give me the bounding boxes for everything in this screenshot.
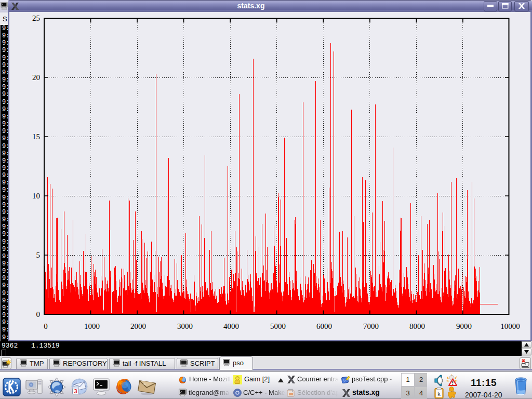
svg-text:1000: 1000 — [84, 322, 100, 330]
svg-text:9000: 9000 — [456, 322, 472, 330]
svg-text:20: 20 — [32, 73, 40, 82]
svg-text:0: 0 — [44, 322, 48, 330]
svg-text:3: 3 — [74, 388, 77, 394]
svg-text:25: 25 — [32, 14, 40, 22]
svg-text:5: 5 — [36, 251, 41, 259]
svg-text:6000: 6000 — [316, 322, 332, 330]
svg-text:15: 15 — [32, 132, 40, 141]
svg-text:10000: 10000 — [500, 322, 520, 330]
svg-text:2000: 2000 — [130, 322, 146, 330]
svg-text:5000: 5000 — [270, 322, 286, 330]
svg-text:7000: 7000 — [363, 322, 379, 330]
svg-text:10: 10 — [32, 192, 40, 200]
svg-text:0: 0 — [36, 310, 41, 318]
svg-text:3000: 3000 — [177, 322, 193, 330]
svg-text:k: k — [437, 391, 441, 397]
svg-text:4000: 4000 — [223, 322, 239, 330]
svg-text:8000: 8000 — [409, 322, 425, 330]
